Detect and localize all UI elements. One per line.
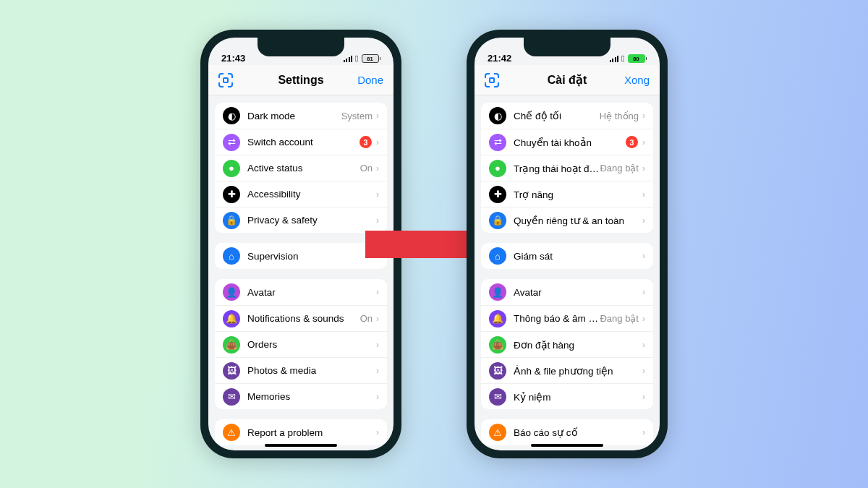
settings-row[interactable]: ⌂Giám sát› — [481, 243, 653, 269]
chevron-right-icon: › — [642, 111, 645, 121]
settings-group-3: 👤Avatar›🔔Thông báo & âm thanhĐang bật›👜Đ… — [481, 279, 653, 409]
scan-button[interactable] — [218, 73, 255, 87]
row-label: Avatar — [247, 287, 376, 298]
settings-row[interactable]: ●Trạng thái hoạt độngĐang bật› — [481, 155, 653, 181]
signal-icon — [610, 56, 618, 62]
chevron-right-icon: › — [642, 137, 645, 147]
access-icon: ✚ — [489, 186, 506, 203]
mem-icon: ✉ — [489, 388, 506, 406]
settings-content[interactable]: ◐Dark modeSystem›⇄Switch account3›●Activ… — [208, 95, 393, 450]
settings-row[interactable]: 👜Orders› — [215, 331, 387, 357]
chevron-right-icon: › — [642, 163, 645, 174]
settings-row[interactable]: ◐Dark modeSystem› — [215, 103, 387, 129]
row-value: On — [360, 313, 373, 324]
battery-icon: 81 — [362, 54, 381, 63]
settings-row[interactable]: 🖼Photos & media› — [215, 357, 387, 383]
settings-row[interactable]: ⚠Báo cáo sự cố› — [481, 419, 653, 445]
row-value: Hệ thống — [600, 111, 639, 121]
chevron-right-icon: › — [376, 314, 379, 324]
photo-icon: 🖼 — [223, 362, 240, 380]
lock-icon: 🔒 — [223, 212, 240, 229]
settings-group-4: ⚠Report a problem› — [215, 419, 387, 445]
settings-row[interactable]: ⇄Chuyển tài khoản3› — [481, 129, 653, 155]
badge: 3 — [359, 136, 372, 148]
row-label: Report a problem — [247, 427, 376, 438]
settings-row[interactable]: 🔔Thông báo & âm thanhĐang bật› — [481, 305, 653, 331]
settings-group-3: 👤Avatar›🔔Notifications & soundsOn›👜Order… — [215, 279, 387, 409]
settings-row[interactable]: ✚Trợ năng› — [481, 181, 653, 207]
settings-row[interactable]: ⚠Report a problem› — [215, 419, 387, 445]
switch-icon: ⇄ — [489, 134, 506, 151]
home-indicator[interactable] — [531, 444, 603, 447]
row-label: Kỷ niệm — [514, 391, 642, 403]
row-label: Trợ năng — [514, 189, 642, 200]
row-label: Photos & media — [247, 365, 376, 376]
settings-row[interactable]: ✉Memories› — [215, 383, 387, 409]
avatar-icon: 👤 — [489, 283, 506, 301]
row-label: Accessibility — [247, 189, 376, 200]
row-label: Avatar — [514, 287, 642, 298]
page-title: Cài đặt — [548, 73, 587, 87]
home-icon: ⌂ — [223, 247, 240, 265]
lock-icon: 🔒 — [489, 212, 506, 229]
row-label: Trạng thái hoạt động — [514, 163, 600, 174]
row-label: Đơn đặt hàng — [514, 339, 642, 351]
settings-row[interactable]: 🔒Quyền riêng tư & an toàn› — [481, 207, 653, 233]
settings-row[interactable]: 👜Đơn đặt hàng› — [481, 331, 653, 357]
row-value: Đang bật — [600, 163, 639, 174]
settings-row[interactable]: 👤Avatar› — [215, 279, 387, 305]
nav-bar: Settings Done — [208, 65, 393, 95]
status-time: 21:42 — [488, 53, 511, 64]
settings-content[interactable]: ◐Chế độ tốiHệ thống›⇄Chuyển tài khoản3›●… — [475, 95, 660, 450]
warn-icon: ⚠ — [223, 424, 240, 441]
settings-row[interactable]: 🖼Ảnh & file phương tiện› — [481, 357, 653, 383]
settings-row[interactable]: 🔒Privacy & safety› — [215, 207, 387, 233]
home-indicator[interactable] — [265, 444, 337, 447]
bag-icon: 👜 — [223, 336, 240, 354]
settings-group-1: ◐Chế độ tốiHệ thống›⇄Chuyển tài khoản3›●… — [481, 103, 653, 233]
scan-icon — [218, 73, 233, 87]
done-button[interactable]: Xong — [613, 74, 650, 86]
row-label: Chuyển tài khoản — [514, 137, 626, 148]
avatar-icon: 👤 — [223, 283, 240, 301]
moon-icon: ◐ — [223, 107, 240, 124]
status-time: 21:43 — [221, 53, 245, 64]
settings-row[interactable]: ✚Accessibility› — [215, 181, 387, 207]
scan-button[interactable] — [485, 73, 521, 87]
chevron-right-icon: › — [642, 392, 645, 402]
row-label: Dark mode — [247, 111, 341, 121]
row-value: System — [341, 111, 373, 121]
nav-bar: Cài đặt Xong — [475, 65, 660, 95]
moon-icon: ◐ — [489, 107, 506, 124]
settings-row[interactable]: ✉Kỷ niệm› — [481, 383, 653, 409]
chevron-right-icon: › — [376, 340, 379, 350]
settings-row[interactable]: ●Active statusOn› — [215, 155, 387, 181]
chevron-right-icon: › — [642, 189, 645, 200]
switch-icon: ⇄ — [223, 134, 240, 151]
warn-icon: ⚠ — [489, 424, 506, 441]
row-label: Privacy & safety — [247, 215, 376, 226]
done-button[interactable]: Done — [347, 74, 383, 86]
access-icon: ✚ — [223, 186, 240, 203]
row-label: Active status — [247, 163, 360, 174]
notch — [524, 38, 610, 56]
chevron-right-icon: › — [642, 251, 645, 261]
settings-row[interactable]: ⌂Supervision› — [215, 243, 387, 269]
row-label: Chế độ tối — [514, 110, 600, 121]
chevron-right-icon: › — [642, 427, 645, 437]
settings-group-2: ⌂Supervision› — [215, 243, 387, 269]
wifi-icon: 􀙇 — [355, 53, 358, 64]
settings-row[interactable]: ⇄Switch account3› — [215, 129, 387, 155]
chevron-right-icon: › — [376, 366, 379, 376]
row-value: Đang bật — [600, 313, 639, 324]
settings-row[interactable]: ◐Chế độ tốiHệ thống› — [481, 103, 653, 129]
chevron-right-icon: › — [376, 427, 379, 437]
screen-right: 21:42 􀙇 80 Cài đặt Xong ◐Chế độ tốiHệ th… — [475, 38, 660, 450]
home-icon: ⌂ — [489, 247, 506, 265]
settings-row[interactable]: 🔔Notifications & soundsOn› — [215, 305, 387, 331]
settings-group-2: ⌂Giám sát› — [481, 243, 653, 269]
status-right: 􀙇 80 — [610, 53, 647, 64]
settings-row[interactable]: 👤Avatar› — [481, 279, 653, 305]
row-label: Báo cáo sự cố — [514, 427, 642, 438]
row-label: Orders — [247, 339, 376, 350]
